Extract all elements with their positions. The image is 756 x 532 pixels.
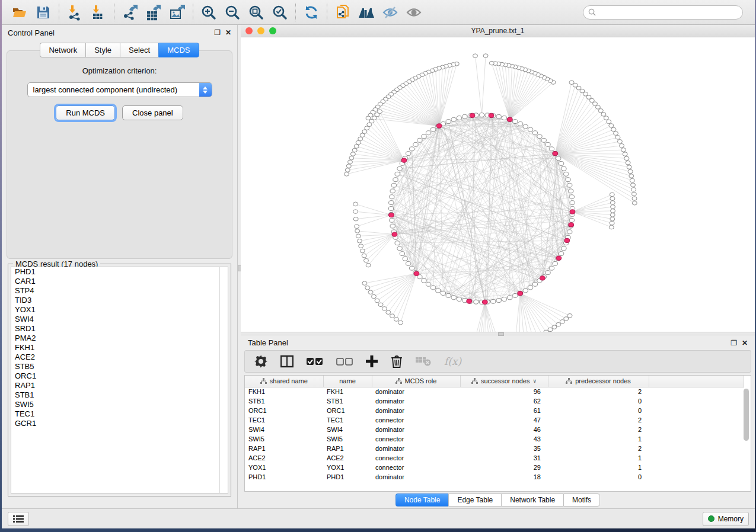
list-item[interactable]: ACE2: [11, 352, 228, 362]
list-item[interactable]: PHD1: [11, 267, 228, 277]
export-network-button[interactable]: [118, 2, 142, 23]
list-item[interactable]: STB1: [11, 390, 228, 400]
network-window-titlebar: YPA_prune.txt_1: [241, 25, 755, 37]
memory-status-icon: [708, 515, 714, 522]
cell-shared_name: RAP1: [245, 444, 323, 453]
list-item[interactable]: CAR1: [11, 277, 228, 286]
export-net-icon: [122, 4, 138, 21]
table-scrollbar-thumb[interactable]: [744, 389, 749, 441]
float-panel-icon[interactable]: ❐: [731, 339, 737, 347]
gear-icon: [254, 355, 267, 368]
open-file-button[interactable]: [8, 2, 31, 23]
table-row[interactable]: ORC1ORC1dominator610: [245, 406, 744, 415]
memory-button[interactable]: Memory: [703, 512, 749, 526]
cell-predecessor: 0: [548, 396, 649, 406]
cell-shared_name: SWI4: [245, 425, 323, 434]
network-documents-button[interactable]: [331, 2, 355, 23]
search-box[interactable]: [583, 5, 743, 20]
add-column-button[interactable]: [366, 355, 378, 367]
tab-style[interactable]: Style: [85, 43, 120, 57]
export-table-icon: [145, 4, 162, 21]
tab-motifs[interactable]: Motifs: [563, 493, 600, 507]
import-network-button[interactable]: [63, 2, 87, 23]
list-item[interactable]: SRD1: [11, 324, 228, 334]
toolbar-separator: [193, 4, 193, 21]
find-network-button[interactable]: [355, 2, 378, 23]
cell-name: FKH1: [323, 387, 372, 396]
close-panel-icon[interactable]: ✕: [225, 29, 231, 36]
list-item[interactable]: TEC1: [11, 409, 228, 419]
tab-network[interactable]: Network: [40, 43, 85, 57]
zoom-selected-button[interactable]: [268, 2, 292, 23]
list-item[interactable]: SWI5: [11, 400, 228, 409]
tab-mcds[interactable]: MCDS: [158, 43, 199, 57]
column-visibility-button[interactable]: [280, 355, 294, 368]
table-settings-button[interactable]: [254, 355, 267, 368]
run-mcds-button[interactable]: Run MCDS: [56, 105, 115, 120]
network-graph[interactable]: [241, 37, 755, 332]
refresh-button[interactable]: [299, 2, 323, 23]
tab-node-table[interactable]: Node Table: [395, 493, 449, 507]
criterion-select[interactable]: largest connected component (undirected): [27, 82, 212, 97]
tab-select[interactable]: Select: [120, 43, 158, 57]
list-item[interactable]: STB5: [11, 362, 228, 371]
list-item[interactable]: TID3: [11, 296, 228, 305]
hide-selection-button[interactable]: [378, 2, 402, 23]
show-selection-button[interactable]: [402, 2, 426, 23]
select-all-rows-button[interactable]: [307, 357, 323, 366]
toolbar-separator: [327, 4, 327, 21]
tab-network-table[interactable]: Network Table: [501, 493, 563, 507]
deselect-all-rows-button[interactable]: [336, 357, 353, 366]
save-session-button[interactable]: [31, 2, 55, 23]
list-scrollbar-track[interactable]: [219, 267, 220, 493]
splitter-grip[interactable]: [498, 332, 504, 336]
column-header[interactable]: predecessor nodes: [548, 376, 649, 387]
table-row[interactable]: RAP1RAP1dominator352: [245, 444, 744, 453]
cell-shared_name: FKH1: [245, 387, 323, 396]
export-table-button[interactable]: [142, 2, 165, 23]
list-item[interactable]: RAP1: [11, 381, 228, 390]
network-view[interactable]: [241, 37, 755, 332]
cell-predecessor: 1: [548, 434, 649, 444]
table-row[interactable]: PHD1PHD1dominator180: [245, 472, 744, 482]
table-row[interactable]: STB1STB1dominator620: [245, 396, 744, 406]
toolbar-separator: [114, 4, 114, 21]
cell-shared_name: ORC1: [245, 406, 323, 415]
cell-predecessor: 2: [548, 425, 649, 434]
column-header[interactable]: successor nodes∨: [460, 376, 548, 387]
table-row[interactable]: ACE2ACE2connector311: [245, 453, 744, 463]
import-table-button[interactable]: [87, 2, 110, 23]
table-row[interactable]: SWI5SWI5connector431: [245, 434, 744, 444]
table-row[interactable]: FKH1FKH1dominator962: [245, 387, 744, 396]
list-item[interactable]: STP4: [11, 286, 228, 296]
table-row[interactable]: SWI4SWI4dominator462: [245, 425, 744, 434]
column-label: predecessor nodes: [575, 377, 631, 384]
column-header[interactable]: MCDS role: [372, 376, 460, 387]
list-item[interactable]: GCR1: [11, 419, 228, 428]
float-panel-icon[interactable]: ❐: [214, 29, 221, 36]
export-img-icon: [169, 4, 186, 21]
list-item[interactable]: YOX1: [11, 305, 228, 315]
tab-edge-table[interactable]: Edge Table: [448, 493, 501, 507]
binoculars-icon: [358, 5, 375, 20]
table-row[interactable]: YOX1YOX1connector291: [245, 463, 744, 472]
zoom-in-button[interactable]: [197, 2, 221, 23]
export-image-button[interactable]: [165, 2, 189, 23]
zoom-fit-button[interactable]: [244, 2, 268, 23]
close-panel-button[interactable]: Close panel: [122, 105, 183, 120]
search-input[interactable]: [599, 8, 738, 17]
column-header[interactable]: name: [323, 376, 372, 387]
list-item[interactable]: PMA2: [11, 334, 228, 343]
zoom-out-button[interactable]: [221, 2, 244, 23]
close-panel-icon[interactable]: ✕: [742, 339, 748, 347]
task-history-button[interactable]: [8, 512, 29, 526]
delete-column-button[interactable]: [391, 355, 403, 368]
list-item[interactable]: FKH1: [11, 343, 228, 352]
column-header[interactable]: shared name: [245, 376, 323, 387]
cell-successor: 47: [460, 415, 548, 425]
list-item[interactable]: ORC1: [11, 371, 228, 381]
list-item[interactable]: SWI4: [11, 315, 228, 324]
mcds-result-list[interactable]: PHD1CAR1STP4TID3YOX1SWI4SRD1PMA2FKH1ACE2…: [11, 267, 228, 493]
table-row[interactable]: TEC1TEC1connector472: [245, 415, 744, 425]
horizontal-splitter[interactable]: [241, 332, 755, 335]
